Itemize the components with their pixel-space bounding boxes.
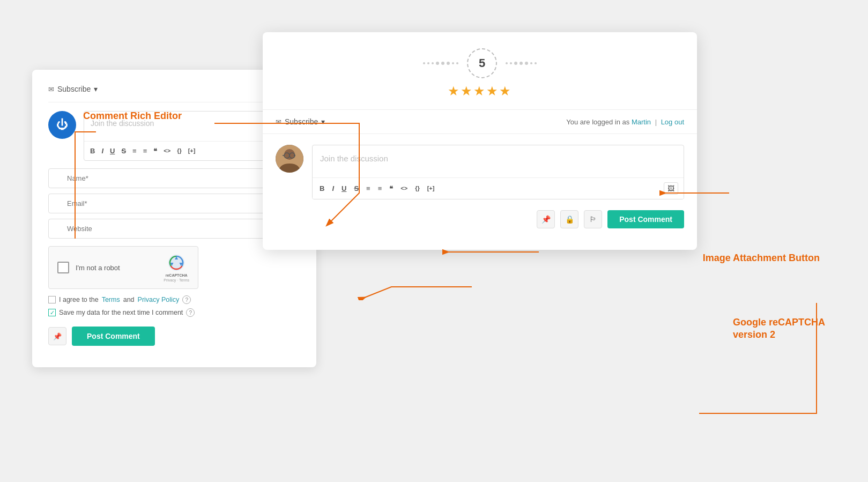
- dot-1: [423, 62, 425, 64]
- save-help-icon[interactable]: ?: [186, 308, 195, 317]
- arrow-img-front: [659, 185, 729, 201]
- plus-btn-front[interactable]: [+]: [426, 184, 436, 192]
- strike-btn-back[interactable]: S: [120, 146, 128, 155]
- subscribe-button-back[interactable]: Subscribe ▾: [57, 85, 98, 93]
- user-link[interactable]: Martin: [632, 118, 651, 126]
- post-comment-button-back[interactable]: Post Comment: [72, 327, 155, 346]
- quote-btn-front[interactable]: ❝: [388, 184, 395, 193]
- dot-5: [441, 62, 444, 65]
- underline-btn-back[interactable]: U: [108, 146, 116, 155]
- terms-row: I agree to the Terms and Privacy Policy …: [48, 295, 300, 304]
- dot-7: [452, 62, 454, 64]
- italic-btn-back[interactable]: I: [100, 146, 105, 155]
- rating-dots-right: [506, 62, 537, 65]
- terms-help-icon[interactable]: ?: [182, 295, 191, 304]
- dot-14: [530, 62, 532, 64]
- bracket-btn-front[interactable]: {}: [413, 184, 421, 192]
- bracket-btn-back[interactable]: {}: [175, 147, 183, 155]
- dot-3: [432, 62, 434, 64]
- quote-btn-back[interactable]: ❝: [152, 146, 159, 155]
- privacy-link[interactable]: Privacy Policy: [138, 296, 180, 303]
- recaptcha-logo: reCAPTCHA Privacy · Terms: [164, 253, 189, 282]
- recaptcha-icon: [167, 253, 186, 272]
- comment-placeholder-front[interactable]: Join the discussion: [313, 145, 684, 177]
- ul-btn-front[interactable]: ≡: [376, 184, 384, 193]
- dot-10: [510, 62, 512, 64]
- rating-number-row: 5: [423, 48, 537, 78]
- strike-btn-front[interactable]: S: [352, 184, 360, 193]
- recaptcha-checkbox[interactable]: [57, 262, 69, 273]
- stars: ★★★★★: [448, 84, 512, 99]
- bold-btn-front[interactable]: B: [318, 184, 326, 193]
- terms-text: I agree to the: [59, 296, 99, 303]
- underline-btn-front[interactable]: U: [340, 184, 348, 193]
- recaptcha-label: I'm not a robot: [76, 264, 120, 272]
- dot-4: [436, 62, 439, 65]
- front-card: 5 ★★★★★ ✉ Subscribe ▾ You are logged in …: [263, 32, 697, 250]
- plus-btn-back[interactable]: [+]: [187, 147, 197, 155]
- flag-btn-front[interactable]: 🏳: [584, 210, 602, 228]
- privacy-link-small: Privacy: [164, 278, 176, 282]
- code-btn-back[interactable]: <>: [162, 147, 172, 155]
- and-text: and: [123, 296, 135, 303]
- pin-btn-back[interactable]: 📌: [48, 327, 66, 345]
- bracket-horiz-recaptcha: [699, 413, 817, 414]
- power-icon: ⏻: [56, 118, 68, 132]
- recaptcha-container: I'm not a robot reCAPTCHA Privacy · Term…: [48, 246, 300, 289]
- arrow-recaptcha: [322, 273, 472, 300]
- avatar: [276, 145, 303, 173]
- dot-15: [535, 62, 537, 64]
- dot-13: [525, 62, 528, 65]
- post-comment-button-front[interactable]: Post Comment: [607, 210, 684, 228]
- annotation-recaptcha: Google reCAPTCHAversion 2: [733, 316, 825, 342]
- save-text: Save my data for the next time I comment: [59, 309, 183, 316]
- ul-btn-back[interactable]: ≡: [142, 146, 149, 155]
- pin-btn-front[interactable]: 📌: [537, 210, 555, 228]
- bracket-vert-left: [75, 131, 76, 239]
- toolbar-front: B I U S ≡ ≡ ❝ <> {} [+] 🖼: [313, 177, 684, 199]
- terms-link[interactable]: Terms: [102, 296, 120, 303]
- recaptcha-box[interactable]: I'm not a robot reCAPTCHA Privacy · Term…: [48, 246, 198, 289]
- envelope-icon-front: ✉: [276, 118, 281, 126]
- post-row-front: 📌 🔒 🏳 Post Comment: [263, 205, 697, 234]
- power-icon-avatar: ⏻: [48, 111, 76, 139]
- post-row-back: 📌 Post Comment: [48, 327, 300, 346]
- annotation-image-attachment: Image Attachment Button: [703, 252, 820, 264]
- ol-btn-back[interactable]: ≡: [131, 146, 138, 155]
- subscribe-label-front: Subscribe: [285, 117, 318, 126]
- rating-number: 5: [467, 48, 497, 78]
- ol-btn-front[interactable]: ≡: [365, 184, 372, 193]
- dot-11: [514, 62, 517, 65]
- envelope-icon-back: ✉: [48, 85, 54, 93]
- rating-section: 5 ★★★★★: [263, 32, 697, 110]
- bracket-horiz-left: [75, 131, 96, 132]
- annotation-comment-rich-editor: Comment Rich Editor: [83, 110, 182, 122]
- dot-8: [456, 62, 458, 64]
- comment-area-front: Join the discussion B I U S ≡ ≡ ❝ <> {} …: [263, 134, 697, 205]
- recaptcha-brand-label: reCAPTCHA: [166, 273, 188, 277]
- dot-6: [447, 62, 450, 65]
- subscribe-button-front[interactable]: ✉ Subscribe ▾: [276, 117, 325, 126]
- avatar-image: [276, 145, 303, 173]
- terms-checkbox[interactable]: [48, 296, 56, 303]
- chevron-down-icon-back: ▾: [94, 85, 98, 93]
- save-checkbox[interactable]: ✓: [48, 309, 56, 316]
- bold-btn-back[interactable]: B: [88, 146, 97, 155]
- dot-2: [427, 62, 429, 64]
- terms-link-small: Terms: [179, 278, 189, 282]
- subscribe-row-front: ✉ Subscribe ▾ You are logged in as Marti…: [263, 110, 697, 134]
- recaptcha-links: Privacy · Terms: [164, 278, 189, 282]
- logout-link[interactable]: Log out: [661, 118, 684, 126]
- subscribe-label-back: Subscribe: [57, 85, 91, 93]
- lock-btn-front[interactable]: 🔒: [560, 210, 578, 228]
- comment-input-area-front[interactable]: Join the discussion B I U S ≡ ≡ ❝ <> {} …: [312, 145, 684, 199]
- chevron-down-icon-front: ▾: [321, 117, 325, 126]
- logged-in-text: You are logged in as Martin | Log out: [566, 118, 684, 126]
- italic-btn-front[interactable]: I: [330, 184, 336, 193]
- save-row: ✓ Save my data for the next time I comme…: [48, 308, 300, 317]
- arrow-img-back: [442, 244, 539, 260]
- dot-9: [506, 62, 508, 64]
- separator: |: [655, 118, 659, 126]
- rating-dots-left: [423, 62, 458, 65]
- code-btn-front[interactable]: <>: [399, 184, 409, 192]
